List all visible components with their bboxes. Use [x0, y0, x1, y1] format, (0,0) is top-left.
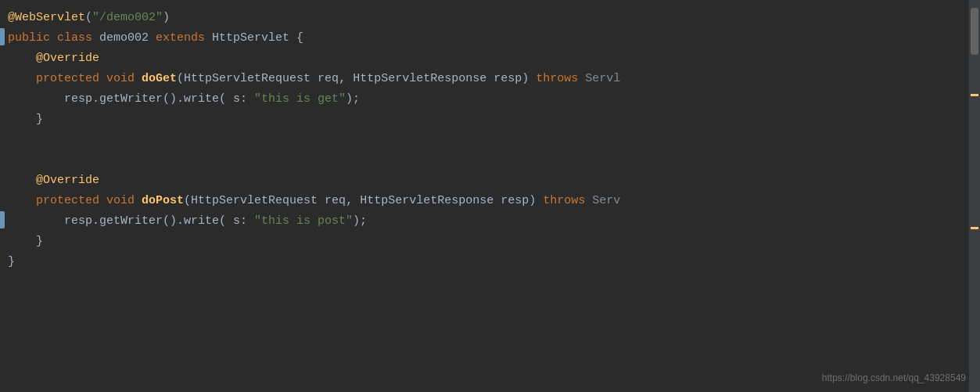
code-line-8	[0, 150, 980, 171]
token-throws-1: throws	[536, 70, 585, 88]
code-line-13: }	[0, 252, 980, 272]
token-resp-1: resp	[494, 70, 522, 88]
token-annotation-1: @WebServlet	[8, 9, 85, 27]
token-plain-2: )	[163, 9, 170, 27]
token-brace-close-2: }	[36, 232, 43, 251]
token-indent-10	[8, 192, 36, 210]
token-paren-2: (	[184, 192, 191, 210]
token-resp-call-1: resp.getWriter().write(	[64, 90, 233, 109]
token-httpservlet: HttpServlet	[212, 29, 296, 48]
token-resp-2: resp	[501, 192, 529, 210]
token-indent-6	[8, 110, 36, 129]
token-httpservletresponse-1: HttpServletResponse	[353, 70, 494, 88]
token-keyword-extends: extends	[156, 29, 212, 48]
code-line-4: protected void doGet(HttpServletRequest …	[0, 69, 980, 89]
scrollbar-thumb[interactable]	[971, 8, 978, 55]
token-indent-4	[8, 70, 36, 88]
token-plain-1: (	[85, 9, 92, 27]
token-req-2: req	[325, 192, 346, 210]
token-doget: doGet	[142, 70, 177, 88]
scroll-mark-1	[971, 94, 978, 96]
token-protected-1: protected	[36, 70, 106, 88]
token-throws-class-2: Serv	[592, 192, 620, 210]
scrollbar[interactable]	[969, 0, 980, 392]
token-paren-1: (	[177, 70, 184, 88]
token-httpservletrequest-1: HttpServletRequest	[184, 70, 318, 88]
token-brace-class-close: }	[8, 253, 15, 272]
token-indent-5	[8, 90, 64, 109]
code-line-5: resp.getWriter().write( s: "this is get"…	[0, 89, 980, 110]
token-throws-class-1: Servl	[585, 70, 620, 88]
token-void-2: void	[106, 192, 142, 210]
code-line-6: }	[0, 110, 980, 130]
code-line-10: protected void doPost(HttpServletRequest…	[0, 191, 980, 211]
token-brace-open: {	[296, 29, 303, 48]
token-void-1: void	[106, 70, 142, 88]
token-httpservletresponse-2: HttpServletResponse	[360, 192, 501, 210]
token-slabel-1: s:	[233, 90, 254, 109]
token-resp-call-2: resp.getWriter().write(	[64, 212, 233, 231]
token-comma-2: ,	[346, 192, 360, 210]
token-keyword-public: public	[8, 29, 57, 48]
token-throws-2: throws	[543, 192, 592, 210]
code-line-1: @WebServlet("/demo002")	[0, 8, 980, 28]
token-semicol-1: );	[346, 90, 360, 109]
token-indent-3	[8, 49, 36, 68]
token-slabel-2: s:	[233, 212, 254, 231]
code-line-3: @Override	[0, 49, 980, 69]
scroll-mark-2	[971, 227, 978, 229]
token-comma-1: ,	[339, 70, 353, 88]
code-line-9: @Override	[0, 171, 980, 191]
code-line-2: public class demo002 extends HttpServlet…	[0, 28, 980, 49]
code-line-7	[0, 130, 980, 150]
code-line-11: resp.getWriter().write( s: "this is post…	[0, 211, 980, 232]
token-string-1: "/demo002"	[92, 9, 163, 27]
token-req-1: req	[318, 70, 339, 88]
code-editor: @WebServlet("/demo002") public class dem…	[0, 0, 980, 392]
token-dopost: doPost	[142, 192, 184, 210]
token-semicol-2: );	[353, 212, 367, 231]
token-string-post: "this is post"	[254, 212, 353, 231]
code-line-12: }	[0, 232, 980, 252]
left-gutter	[0, 0, 6, 392]
token-brace-close-1: }	[36, 110, 43, 129]
token-indent-11	[8, 212, 64, 231]
token-override-1: @Override	[36, 49, 99, 68]
token-classname: demo002	[99, 29, 156, 48]
fold-mark-1	[0, 28, 5, 45]
token-paren-close-2: )	[529, 192, 543, 210]
token-paren-close-1: )	[522, 70, 536, 88]
token-indent-9	[8, 171, 36, 190]
token-indent-12	[8, 232, 36, 251]
token-httpservletrequest-2: HttpServletRequest	[191, 192, 325, 210]
token-string-get: "this is get"	[254, 90, 346, 109]
fold-mark-2	[0, 211, 5, 228]
token-override-2: @Override	[36, 171, 99, 190]
token-keyword-class: class	[57, 29, 99, 48]
watermark: https://blog.csdn.net/qq_43928549	[822, 371, 966, 386]
token-protected-2: protected	[36, 192, 106, 210]
